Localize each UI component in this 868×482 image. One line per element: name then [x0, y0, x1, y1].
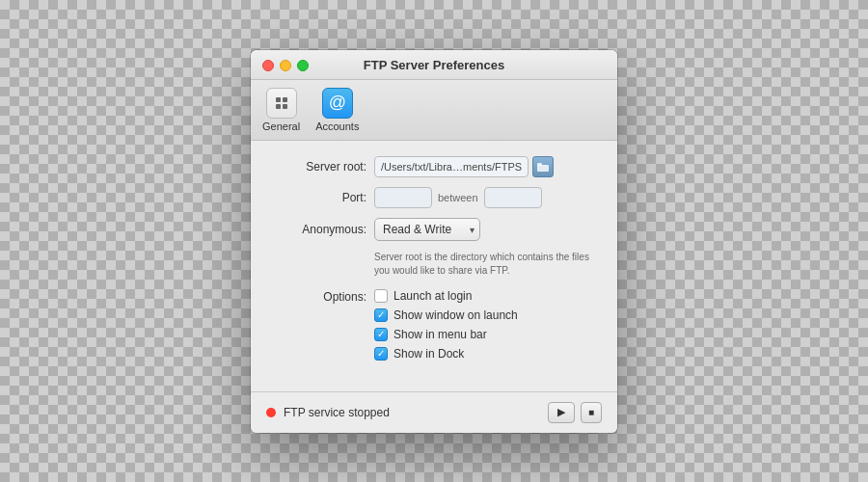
- launch-login-label: Launch at login: [393, 289, 472, 303]
- svg-rect-2: [276, 104, 281, 109]
- window-title: FTP Server Preferences: [364, 58, 504, 72]
- options-label: Options:: [270, 289, 366, 304]
- anonymous-select-wrapper: No Access Read Only Read & Write ▾: [374, 218, 480, 241]
- status-dot-icon: [266, 408, 276, 417]
- server-root-row: Server root:: [270, 156, 598, 177]
- port-input[interactable]: [374, 187, 432, 208]
- play-icon: ▶: [557, 406, 565, 418]
- hint-text: Server root is the directory which conta…: [374, 251, 596, 278]
- svg-rect-4: [537, 165, 549, 172]
- port-label: Port:: [270, 191, 366, 204]
- maximize-button[interactable]: [297, 60, 309, 71]
- checkbox-row-launch-login: Launch at login: [374, 289, 518, 303]
- accounts-icon: @: [322, 88, 353, 119]
- accounts-tab-label: Accounts: [315, 120, 359, 132]
- checkboxes-group: Launch at login ✓ Show window on launch …: [374, 289, 518, 361]
- status-bar: FTP service stopped ▶ ■: [251, 392, 617, 433]
- checkbox-row-show-window: ✓ Show window on launch: [374, 308, 518, 322]
- svg-rect-5: [537, 163, 542, 166]
- server-root-field: [374, 156, 554, 177]
- anonymous-row: Anonymous: No Access Read Only Read & Wr…: [270, 218, 598, 241]
- options-row: Options: Launch at login ✓ Show window o…: [270, 289, 598, 361]
- toolbar: General @ Accounts: [251, 80, 617, 141]
- show-window-checkbox[interactable]: ✓: [374, 308, 388, 322]
- title-bar: FTP Server Preferences: [251, 50, 617, 80]
- between-text: between: [438, 192, 478, 203]
- svg-rect-1: [283, 97, 287, 102]
- preferences-window: FTP Server Preferences General @: [251, 50, 617, 433]
- show-menu-bar-checkbox[interactable]: ✓: [374, 328, 388, 341]
- show-dock-label: Show in Dock: [393, 347, 464, 361]
- checkbox-row-show-menu-bar: ✓ Show in menu bar: [374, 328, 518, 341]
- close-button[interactable]: [262, 60, 274, 71]
- stop-icon: ■: [588, 407, 594, 417]
- show-menu-bar-label: Show in menu bar: [393, 328, 487, 341]
- port-fields: between: [374, 187, 542, 208]
- control-buttons: ▶ ■: [548, 402, 602, 423]
- launch-login-checkbox[interactable]: [374, 289, 388, 303]
- checkbox-row-show-dock: ✓ Show in Dock: [374, 347, 518, 361]
- tab-accounts[interactable]: @ Accounts: [315, 88, 359, 132]
- show-dock-checkbox[interactable]: ✓: [374, 347, 388, 361]
- stop-button[interactable]: ■: [581, 402, 602, 423]
- status-text: FTP service stopped: [284, 406, 540, 419]
- general-tab-label: General: [262, 120, 300, 132]
- content-area: Server root: Port: between: [251, 141, 617, 380]
- anonymous-select[interactable]: No Access Read Only Read & Write: [374, 218, 480, 241]
- server-root-label: Server root:: [270, 160, 366, 174]
- minimize-button[interactable]: [280, 60, 291, 71]
- play-button[interactable]: ▶: [548, 402, 575, 423]
- port-row: Port: between: [270, 187, 598, 208]
- general-icon: [266, 88, 297, 119]
- svg-rect-0: [276, 97, 281, 102]
- browse-folder-button[interactable]: [532, 156, 554, 177]
- tab-general[interactable]: General: [262, 88, 300, 132]
- port-input-2[interactable]: [484, 187, 542, 208]
- traffic-lights: [262, 60, 309, 71]
- show-window-label: Show window on launch: [393, 308, 518, 322]
- svg-rect-3: [283, 104, 287, 109]
- anonymous-label: Anonymous:: [270, 223, 366, 236]
- server-root-input[interactable]: [374, 156, 529, 177]
